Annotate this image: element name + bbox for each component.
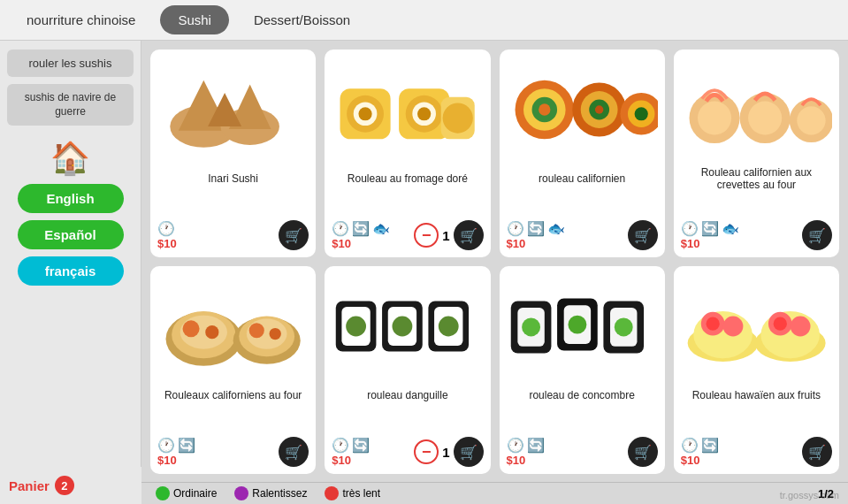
qty-minus-button[interactable]: − — [414, 223, 439, 248]
lang-francais-button[interactable]: français — [18, 256, 124, 286]
watermark: tr.gossys.com — [780, 490, 839, 500]
swirl-icon: 🔄 — [178, 437, 195, 454]
product-icons-row: 🕐🔄🐟 — [681, 220, 739, 237]
add-to-cart-button[interactable]: 🛒 — [454, 220, 484, 250]
home-icon[interactable]: 🏠 — [50, 140, 90, 177]
product-bottom: 🕐🔄🐟$10−1🛒 — [332, 220, 483, 250]
product-price: $10 — [681, 454, 719, 467]
add-to-cart-button[interactable]: 🛒 — [628, 220, 658, 250]
fish-icon: 🐟 — [722, 220, 739, 237]
lang-espanol-button[interactable]: Español — [18, 220, 124, 249]
product-icons-row: 🕐🔄🐟 — [332, 220, 390, 237]
svg-point-8 — [359, 107, 372, 120]
legend-item: Ordinaire — [156, 486, 217, 500]
add-to-cart-button[interactable]: 🛒 — [628, 437, 658, 467]
product-bottom: 🕐$10🛒 — [157, 220, 309, 250]
legend-dot — [234, 486, 248, 500]
svg-point-35 — [183, 320, 200, 337]
tab-sushi[interactable]: Sushi — [160, 5, 229, 34]
product-image — [507, 57, 658, 163]
product-price: $10 — [681, 237, 739, 250]
clock-icon: 🕐 — [507, 220, 524, 237]
product-image — [332, 273, 483, 379]
svg-point-44 — [346, 317, 366, 337]
clock-icon: 🕐 — [507, 437, 524, 454]
svg-point-50 — [439, 317, 459, 337]
legend-label: Ralentissez — [252, 487, 307, 500]
product-bottom: 🕐🔄$10🛒 — [507, 437, 658, 467]
svg-point-36 — [205, 325, 218, 339]
product-icons-row: 🕐🔄 — [157, 437, 195, 454]
product-image — [507, 273, 658, 379]
products-area: Inari Sushi🕐$10🛒 Rouleau au fromage doré… — [141, 41, 848, 499]
product-name: rouleau californien — [539, 166, 625, 191]
product-card: Rouleau au fromage doré🕐🔄🐟$10−1🛒 — [325, 50, 490, 257]
add-to-cart-button[interactable]: 🛒 — [454, 437, 484, 467]
product-bottom: 🕐🔄$10🛒 — [681, 437, 832, 467]
product-icons-price: 🕐🔄$10 — [681, 437, 719, 467]
qty-minus-button[interactable]: − — [414, 439, 439, 464]
product-icons-row: 🕐🔄🐟 — [507, 220, 565, 237]
svg-point-22 — [594, 105, 603, 114]
products-grid: Inari Sushi🕐$10🛒 Rouleau au fromage doré… — [150, 50, 839, 474]
legend-dot — [325, 486, 339, 500]
svg-point-14 — [443, 103, 473, 133]
legend-item: très lent — [325, 486, 380, 500]
qty-number: 1 — [442, 228, 449, 243]
add-to-cart-button[interactable]: 🛒 — [279, 220, 309, 250]
svg-point-53 — [522, 317, 540, 336]
cart-label[interactable]: Panier — [9, 478, 50, 493]
tab-dessert[interactable]: Dessert/Boisson — [236, 5, 368, 34]
svg-point-56 — [568, 316, 586, 334]
product-card: rouleau de concombre🕐🔄$10🛒 — [500, 266, 665, 474]
svg-point-25 — [634, 107, 647, 120]
cart-area: Panier 2 — [0, 467, 141, 504]
swirl-icon: 🔄 — [527, 220, 545, 237]
product-price: $10 — [157, 237, 177, 250]
swirl-icon: 🔄 — [527, 437, 545, 454]
product-bottom: 🕐🔄🐟$10🛒 — [681, 220, 832, 250]
clock-icon: 🕐 — [157, 220, 175, 237]
cart-badge: 2 — [55, 476, 74, 495]
swirl-icon: 🔄 — [701, 220, 719, 237]
swirl-icon: 🔄 — [352, 220, 370, 237]
product-image — [332, 57, 483, 163]
top-nav: nourriture chinoise Sushi Dessert/Boisso… — [0, 0, 848, 41]
product-icons-row: 🕐🔄 — [507, 437, 545, 454]
sidebar-item-sushis-navire[interactable]: sushis de navire de guerre — [7, 84, 134, 126]
product-card: Rouleau californien aux crevettes au fou… — [674, 50, 839, 257]
sidebar-item-rouler[interactable]: rouler les sushis — [7, 50, 134, 77]
product-icons-price: 🕐🔄$10 — [507, 437, 545, 467]
product-card: Rouleau hawaïen aux fruits🕐🔄$10🛒 — [674, 266, 839, 474]
product-card: Rouleaux californiens au four🕐🔄$10🛒 — [150, 266, 316, 474]
product-icons-price: 🕐🔄$10 — [332, 437, 370, 467]
add-to-cart-button[interactable]: 🛒 — [802, 437, 832, 467]
svg-point-41 — [270, 328, 281, 340]
legend-label: très lent — [342, 487, 380, 500]
svg-point-59 — [614, 317, 632, 336]
product-icons-price: 🕐🔄🐟$10 — [507, 220, 565, 250]
product-image — [157, 273, 309, 379]
product-name: Rouleau californien aux crevettes au fou… — [681, 166, 832, 191]
tab-chinese-food[interactable]: nourriture chinoise — [9, 5, 153, 34]
swirl-icon: 🔄 — [352, 437, 370, 454]
product-icons-price: 🕐$10 — [157, 220, 177, 250]
legend-item: Ralentissez — [234, 486, 307, 500]
fish-icon: 🐟 — [547, 220, 565, 237]
svg-point-47 — [393, 317, 413, 337]
product-price: $10 — [507, 454, 545, 467]
main-layout: rouler les sushis sushis de navire de gu… — [0, 41, 848, 499]
product-card: rouleau californien🕐🔄🐟$10🛒 — [500, 50, 665, 257]
add-to-cart-button[interactable]: 🛒 — [802, 220, 832, 250]
legend-dot — [156, 486, 170, 500]
product-image — [681, 273, 832, 379]
product-name: Rouleau hawaïen aux fruits — [692, 383, 821, 408]
svg-point-40 — [249, 323, 264, 338]
lang-english-button[interactable]: English — [18, 184, 124, 213]
fish-icon: 🐟 — [372, 220, 390, 237]
svg-point-29 — [748, 101, 782, 134]
svg-point-64 — [722, 317, 743, 337]
add-to-cart-button[interactable]: 🛒 — [279, 437, 309, 467]
product-icons-row: 🕐 — [157, 220, 177, 237]
product-price: $10 — [332, 454, 370, 467]
